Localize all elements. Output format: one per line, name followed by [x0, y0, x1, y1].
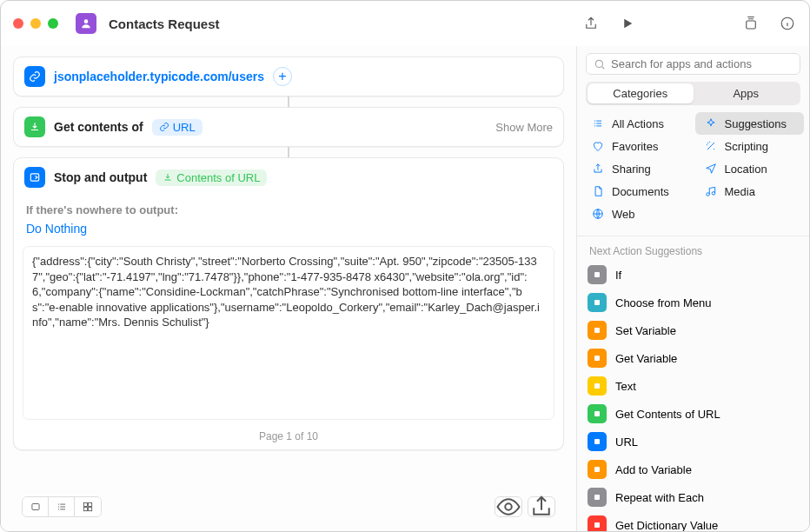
- search-field[interactable]: [586, 53, 800, 75]
- svg-rect-15: [594, 356, 600, 361]
- action-label: Stop and output: [54, 170, 147, 184]
- editor-bottom-bar: [13, 491, 564, 522]
- download-icon: [163, 172, 173, 183]
- cat-sharing[interactable]: Sharing: [582, 157, 692, 180]
- suggestion-label: Get Variable: [615, 352, 677, 365]
- svg-rect-8: [89, 508, 92, 511]
- tab-categories[interactable]: Categories: [588, 83, 694, 103]
- share-output-button[interactable]: [528, 496, 555, 517]
- no-output-action[interactable]: Do Nothing: [14, 216, 563, 241]
- suggestion-item[interactable]: Text: [577, 372, 809, 400]
- suggestion-label: Add to Variable: [615, 463, 692, 476]
- suggestion-item[interactable]: Set Variable: [577, 316, 809, 344]
- svg-rect-12: [594, 272, 600, 277]
- cat-scripting[interactable]: Scripting: [695, 135, 805, 157]
- svg-rect-13: [594, 300, 600, 305]
- cat-location[interactable]: Location: [695, 157, 805, 180]
- window-title: Contacts Request: [109, 17, 220, 31]
- search-input[interactable]: [611, 57, 793, 70]
- minimize-window[interactable]: [30, 18, 41, 29]
- view-grid[interactable]: [75, 497, 101, 516]
- svg-point-9: [505, 503, 512, 510]
- list-icon: [592, 117, 604, 130]
- svg-rect-7: [83, 508, 87, 511]
- action-label: Get contents of: [54, 120, 143, 134]
- cat-documents[interactable]: Documents: [582, 180, 692, 203]
- suggestion-label: Repeat with Each: [615, 491, 704, 504]
- cat-all-actions[interactable]: All Actions: [582, 112, 692, 135]
- wand-icon: [705, 140, 717, 152]
- page-indicator: Page 1 of 10: [14, 427, 563, 449]
- svg-rect-1: [747, 21, 756, 29]
- suggestion-label: Choose from Menu: [615, 296, 712, 309]
- suggestion-item[interactable]: Get Dictionary Value: [577, 511, 809, 531]
- svg-rect-19: [594, 467, 600, 472]
- link-icon: [24, 66, 45, 87]
- sidebar-tabs: Categories Apps: [586, 82, 800, 105]
- suggestions-header: Next Action Suggestions: [577, 240, 809, 261]
- library-button[interactable]: [741, 14, 760, 33]
- shortcut-icon: [76, 13, 96, 34]
- url-variable-pill[interactable]: URL: [152, 119, 202, 136]
- suggestion-label: URL: [615, 436, 638, 449]
- categories-grid: All Actions Suggestions Favorites Script…: [577, 112, 809, 232]
- action-icon: [588, 432, 607, 451]
- suggestion-item[interactable]: Add to Variable: [577, 456, 809, 483]
- svg-rect-20: [594, 495, 600, 500]
- cat-media[interactable]: Media: [695, 180, 805, 203]
- search-icon: [594, 58, 606, 70]
- suggestion-item[interactable]: Repeat with Each: [577, 483, 809, 511]
- svg-rect-16: [594, 383, 600, 389]
- get-contents-card[interactable]: Get contents of URL Show More: [13, 107, 564, 147]
- suggestion-item[interactable]: Get Variable: [577, 344, 809, 372]
- document-icon: [592, 185, 604, 197]
- suggestions-list: IfChoose from MenuSet VariableGet Variab…: [577, 261, 809, 531]
- connector: [288, 96, 289, 107]
- cat-suggestions[interactable]: Suggestions: [695, 112, 805, 135]
- location-icon: [705, 163, 717, 175]
- contents-variable-pill[interactable]: Contents of URL: [156, 170, 267, 186]
- share-button[interactable]: [581, 14, 601, 33]
- no-output-label: If there's nowhere to output:: [14, 196, 563, 216]
- show-more-button[interactable]: Show More: [495, 121, 553, 134]
- quick-look-button[interactable]: [495, 496, 522, 517]
- view-fullscreen[interactable]: [23, 497, 49, 516]
- action-icon: [588, 460, 607, 479]
- suggestion-item[interactable]: If: [577, 261, 809, 289]
- run-button[interactable]: [618, 14, 637, 33]
- suggestion-label: Text: [615, 380, 636, 393]
- action-icon: [588, 265, 607, 284]
- view-mode-segment: [22, 496, 102, 517]
- traffic-lights: [13, 18, 58, 29]
- workflow-editor: jsonplaceholder.typicode.com/users + Get…: [1, 46, 576, 531]
- suggestion-label: Set Variable: [615, 324, 676, 337]
- action-icon: [588, 404, 607, 423]
- globe-icon: [592, 208, 604, 220]
- svg-rect-4: [31, 504, 38, 510]
- stop-output-card[interactable]: Stop and output Contents of URL If there…: [13, 157, 564, 450]
- suggestion-item[interactable]: Choose from Menu: [577, 289, 809, 316]
- action-icon: [588, 293, 607, 312]
- action-icon: [588, 515, 607, 531]
- suggestion-item[interactable]: Get Contents of URL: [577, 400, 809, 428]
- sparkle-icon: [705, 117, 717, 130]
- cat-web[interactable]: Web: [582, 203, 692, 225]
- link-icon: [159, 122, 169, 132]
- cat-favorites[interactable]: Favorites: [582, 135, 692, 157]
- action-icon: [588, 376, 607, 396]
- svg-rect-17: [594, 411, 600, 416]
- url-action-card[interactable]: jsonplaceholder.typicode.com/users +: [13, 57, 564, 96]
- suggestion-item[interactable]: URL: [577, 428, 809, 456]
- url-value[interactable]: jsonplaceholder.typicode.com/users: [54, 70, 264, 83]
- svg-rect-5: [83, 502, 87, 506]
- output-preview: {"address":{"city":"South Christy","stre…: [23, 246, 554, 420]
- zoom-window[interactable]: [48, 18, 58, 29]
- tab-apps[interactable]: Apps: [694, 83, 800, 103]
- suggestion-label: If: [615, 269, 621, 282]
- view-list[interactable]: [49, 497, 75, 516]
- heart-icon: [592, 140, 604, 152]
- divider: [577, 236, 809, 236]
- close-window[interactable]: [13, 18, 23, 29]
- info-button[interactable]: [778, 14, 797, 33]
- add-url-button[interactable]: +: [273, 67, 292, 86]
